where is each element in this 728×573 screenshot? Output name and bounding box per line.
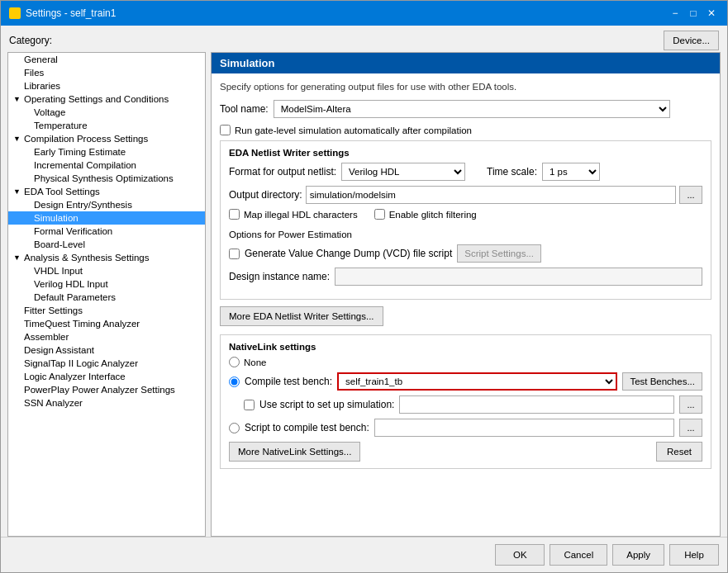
sidebar-label-assembler: Assembler [24, 332, 69, 342]
use-script-checkbox[interactable] [244, 400, 255, 410]
reset-button[interactable]: Reset [656, 442, 702, 462]
minimize-button[interactable]: − [668, 6, 683, 21]
test-benches-button[interactable]: Test Benches... [622, 372, 702, 391]
cancel-button[interactable]: Cancel [550, 544, 607, 566]
generate-vcd-row: Generate Value Change Dump (VCD) file sc… [229, 244, 702, 263]
sidebar-item-temperature[interactable]: Temperature [8, 119, 205, 132]
sidebar-label-formal: Formal Verification [34, 226, 112, 236]
content-area: Category: Device... General Files Librar… [1, 26, 727, 537]
run-simulation-row: Run gate-level simulation automatically … [220, 125, 711, 135]
output-dir-row: Output directory: simulation/modelsim ..… [229, 186, 702, 204]
timescale-select[interactable]: 1 ps [542, 163, 600, 181]
more-eda-settings-button[interactable]: More EDA Netlist Writer Settings... [220, 306, 383, 326]
sidebar-item-design-assistant[interactable]: Design Assistant [8, 343, 205, 357]
use-script-row: Use script to set up simulation: ... [229, 395, 702, 414]
sidebar-item-vhdl[interactable]: VHDL Input [8, 264, 205, 277]
panel-title: Simulation [220, 57, 274, 69]
script-settings-button[interactable]: Script Settings... [457, 244, 541, 263]
sidebar-label-design-assistant: Design Assistant [24, 345, 94, 355]
sidebar-item-incremental[interactable]: Incremental Compilation [8, 159, 205, 172]
category-label: Category: [9, 35, 52, 46]
sidebar-label-eda: EDA Tool Settings [24, 187, 100, 197]
eda-netlist-title: EDA Netlist Writer settings [229, 148, 702, 158]
sidebar-item-board-level[interactable]: Board-Level [8, 238, 205, 251]
sidebar-label-physical: Physical Synthesis Optimizations [34, 173, 174, 183]
sidebar-item-default-params[interactable]: Default Parameters [8, 291, 205, 304]
design-instance-input[interactable] [335, 268, 702, 286]
help-button[interactable]: Help [669, 544, 719, 566]
sidebar-item-design-entry[interactable]: Design Entry/Synthesis [8, 198, 205, 211]
sidebar-item-formal-verification[interactable]: Formal Verification [8, 225, 205, 238]
sidebar-item-powerplay[interactable]: PowerPlay Power Analyzer Settings [8, 383, 205, 396]
tool-name-select[interactable]: ModelSim-Altera [274, 100, 670, 118]
expand-icon-operating: ▼ [13, 95, 21, 103]
ok-button[interactable]: OK [495, 544, 545, 566]
map-illegal-checkbox[interactable] [229, 209, 240, 220]
format-row: Format for output netlist: Verilog HDL T… [229, 163, 702, 181]
sidebar-item-libraries[interactable]: Libraries [8, 79, 205, 92]
output-dir-input[interactable]: simulation/modelsim [306, 186, 676, 204]
sidebar-label-powerplay: PowerPlay Power Analyzer Settings [24, 385, 175, 395]
sidebar-item-eda-tool[interactable]: ▼ EDA Tool Settings [8, 185, 205, 198]
more-native-row: More NativeLink Settings... Reset [229, 442, 702, 462]
output-dir-label: Output directory: [229, 189, 302, 201]
sidebar-item-logic-analyzer[interactable]: Logic Analyzer Interface [8, 370, 205, 383]
enable-glitch-checkbox[interactable] [374, 209, 385, 220]
sidebar-label-simulation: Simulation [34, 213, 79, 223]
device-button[interactable]: Device... [664, 31, 719, 50]
sidebar-label-temperature: Temperature [34, 121, 88, 130]
sidebar-label-voltage: Voltage [34, 107, 65, 117]
sidebar-item-operating-settings[interactable]: ▼ Operating Settings and Conditions [8, 92, 205, 106]
tool-name-row: Tool name: ModelSim-Altera [220, 100, 711, 118]
compile-tb-radio[interactable] [229, 376, 240, 387]
sidebar-label-files: Files [24, 68, 44, 78]
sidebar-item-fitter[interactable]: Fitter Settings [8, 304, 205, 317]
sidebar-label-board: Board-Level [34, 239, 85, 249]
maximize-button[interactable]: □ [686, 6, 701, 21]
sidebar-item-early-timing[interactable]: Early Timing Estimate [8, 145, 205, 159]
compile-tb-select[interactable]: self_train1_tb [337, 372, 617, 391]
sidebar-item-compilation[interactable]: ▼ Compilation Process Settings [8, 132, 205, 145]
run-simulation-label: Run gate-level simulation automatically … [235, 125, 472, 135]
apply-button[interactable]: Apply [612, 544, 664, 566]
script-compile-row: Script to compile test bench: ... [229, 419, 702, 437]
more-native-settings-button[interactable]: More NativeLink Settings... [229, 442, 360, 462]
sidebar-item-verilog-hdl[interactable]: Verilog HDL Input [8, 277, 205, 291]
none-radio-row: None [229, 357, 702, 367]
none-radio[interactable] [229, 357, 240, 367]
none-label: None [244, 358, 267, 367]
sidebar-label-default-params: Default Parameters [34, 292, 116, 302]
enable-glitch-label: Enable glitch filtering [389, 210, 477, 220]
run-simulation-checkbox[interactable] [220, 125, 231, 135]
sidebar-item-simulation[interactable]: Simulation [8, 211, 205, 225]
compile-tb-row: Compile test bench: self_train1_tb Test … [229, 372, 702, 391]
use-script-label: Use script to set up simulation: [259, 399, 394, 410]
sidebar-label-vhdl: VHDL Input [34, 266, 83, 276]
script-compile-input[interactable] [374, 419, 674, 437]
sidebar-item-signaltap[interactable]: SignalTap II Logic Analyzer [8, 357, 205, 370]
sidebar-label-signaltap: SignalTap II Logic Analyzer [24, 358, 138, 368]
sidebar-item-assembler[interactable]: Assembler [8, 330, 205, 343]
use-script-browse-button[interactable]: ... [679, 395, 702, 414]
use-script-input[interactable] [399, 395, 674, 414]
close-button[interactable]: ✕ [704, 6, 719, 21]
bottom-bar: OK Cancel Apply Help [1, 537, 727, 572]
sidebar-item-ssn[interactable]: SSN Analyzer [8, 396, 205, 410]
expand-icon-compilation: ▼ [13, 135, 21, 143]
sidebar-item-physical-synthesis[interactable]: Physical Synthesis Optimizations [8, 172, 205, 185]
sidebar-item-general[interactable]: General [8, 53, 205, 66]
nativelink-section: NativeLink settings None Compile test be… [220, 334, 711, 469]
format-label: Format for output netlist: [229, 166, 336, 178]
sidebar-label-operating: Operating Settings and Conditions [24, 94, 169, 104]
sidebar-item-voltage[interactable]: Voltage [8, 106, 205, 119]
sidebar-item-analysis-synthesis[interactable]: ▼ Analysis & Synthesis Settings [8, 251, 205, 264]
output-dir-browse-button[interactable]: ... [679, 186, 702, 204]
sidebar-item-timequest[interactable]: TimeQuest Timing Analyzer [8, 317, 205, 330]
sidebar-label-incremental: Incremental Compilation [34, 160, 136, 170]
sidebar-label-analysis: Analysis & Synthesis Settings [24, 253, 150, 263]
script-compile-browse-button[interactable]: ... [679, 419, 702, 437]
script-compile-radio[interactable] [229, 423, 240, 433]
sidebar-item-files[interactable]: Files [8, 66, 205, 79]
generate-vcd-checkbox[interactable] [229, 249, 240, 259]
format-select[interactable]: Verilog HDL [341, 163, 465, 181]
